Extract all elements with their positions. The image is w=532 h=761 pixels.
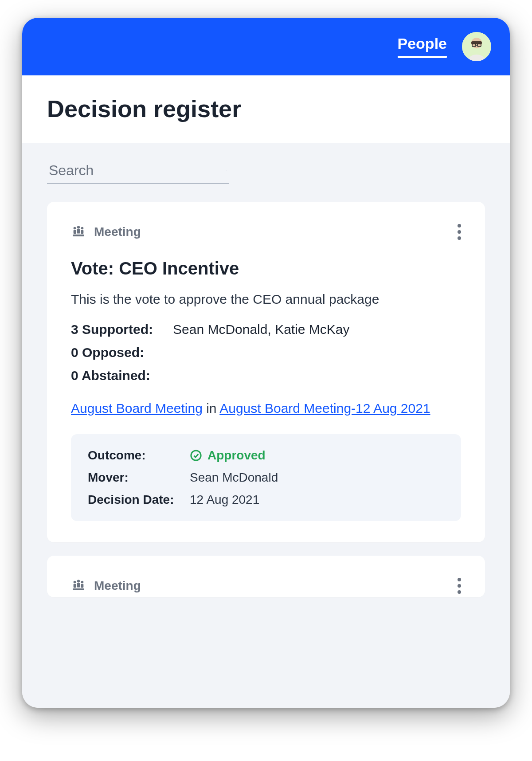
card-menu-button[interactable]: [454, 574, 461, 597]
mover-value: Sean McDonald: [190, 471, 444, 485]
outcome-status-text: Approved: [207, 448, 266, 463]
outcome-value: Approved: [190, 448, 444, 463]
ref-mid-text: in: [203, 401, 219, 416]
card-title: Vote: CEO Incentive: [71, 259, 461, 279]
title-bar: Decision register: [22, 75, 510, 143]
svg-rect-9: [74, 230, 76, 234]
kebab-dot-icon: [458, 590, 461, 594]
vote-abstained-value: [173, 368, 461, 383]
svg-point-20: [81, 581, 84, 584]
svg-point-12: [81, 227, 84, 230]
svg-rect-14: [73, 235, 84, 236]
svg-rect-13: [81, 230, 84, 234]
avatar[interactable]: [462, 32, 491, 61]
meeting-icon: [71, 224, 86, 239]
card-header-left: Meeting: [71, 578, 141, 593]
card-header: Meeting: [71, 574, 461, 597]
vote-summary: 3 Supported: Sean McDonald, Katie McKay …: [71, 322, 461, 383]
kebab-dot-icon: [458, 584, 461, 588]
vote-supported-value: Sean McDonald, Katie McKay: [173, 322, 461, 337]
kebab-dot-icon: [458, 578, 461, 581]
page-title: Decision register: [47, 95, 485, 122]
card-reference: August Board Meeting in August Board Mee…: [71, 398, 461, 418]
search-field-wrap[interactable]: [47, 161, 229, 184]
vote-opposed-label: 0 Opposed:: [71, 345, 173, 360]
card-type-label: Meeting: [94, 225, 141, 239]
svg-point-15: [191, 451, 201, 460]
svg-rect-22: [73, 588, 84, 590]
card-header: Meeting: [71, 220, 461, 243]
decision-date-label: Decision Date:: [88, 493, 190, 507]
card-type-label: Meeting: [94, 579, 141, 593]
kebab-dot-icon: [458, 230, 461, 234]
svg-point-10: [77, 226, 80, 228]
decision-date-value: 12 Aug 2021: [190, 493, 444, 507]
decision-card: Meeting: [47, 556, 485, 597]
card-description: This is the vote to approve the CEO annu…: [71, 292, 461, 307]
decision-card: Meeting Vote: CEO Incentive This is the …: [47, 202, 485, 542]
card-header-left: Meeting: [71, 224, 141, 239]
outcome-label: Outcome:: [88, 448, 190, 463]
check-circle-icon: [190, 449, 202, 462]
svg-rect-21: [81, 584, 84, 588]
svg-rect-17: [74, 584, 76, 588]
content-area: Meeting Vote: CEO Incentive This is the …: [22, 143, 510, 708]
svg-point-16: [74, 581, 76, 584]
kebab-dot-icon: [458, 224, 461, 228]
mover-label: Mover:: [88, 471, 190, 485]
vote-supported-label: 3 Supported:: [71, 322, 173, 337]
kebab-dot-icon: [458, 236, 461, 240]
tab-people[interactable]: People: [398, 35, 447, 58]
svg-rect-11: [77, 229, 80, 234]
avatar-image: [462, 32, 491, 61]
vote-opposed-value: [173, 345, 461, 360]
outcome-box: Outcome: Approved Mover: Sean McDonald D…: [71, 434, 461, 521]
svg-point-18: [77, 580, 80, 582]
search-icon: [227, 164, 227, 177]
search-input[interactable]: [49, 162, 227, 179]
agenda-link[interactable]: August Board Meeting-12 Aug 2021: [219, 401, 430, 416]
app-frame: People Decision register: [22, 18, 510, 708]
vote-abstained-label: 0 Abstained:: [71, 368, 173, 383]
svg-point-6: [227, 170, 227, 171]
svg-point-8: [74, 227, 76, 230]
meeting-icon: [71, 578, 86, 593]
card-menu-button[interactable]: [454, 220, 461, 243]
svg-rect-19: [77, 583, 80, 588]
top-nav: People: [22, 18, 510, 75]
meeting-link[interactable]: August Board Meeting: [71, 401, 203, 416]
